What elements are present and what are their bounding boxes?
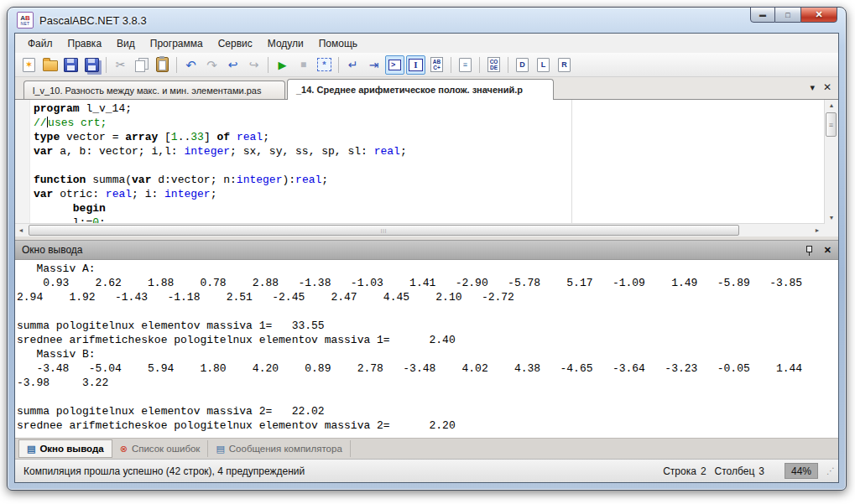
code-line[interactable]: var otric: real; i: integer;	[34, 187, 824, 201]
code-line[interactable]: //uses crt;	[34, 116, 824, 130]
toolbar-separator	[508, 57, 508, 73]
zoom-level-badge: 44%	[785, 463, 818, 479]
tab-close-icon[interactable]: ✕	[823, 81, 832, 93]
cut-button[interactable]: ✂	[111, 55, 130, 75]
save-button[interactable]	[61, 55, 81, 75]
copy-button[interactable]	[132, 55, 151, 75]
output-line: 0.93 2.62 1.88 0.78 2.88 -1.38 -1.03 1.4…	[17, 276, 838, 290]
editor-vertical-scrollbar[interactable]: ▲ ≡ ▼	[824, 100, 838, 224]
output-close-icon[interactable]: ✕	[824, 245, 832, 256]
paste-button[interactable]	[153, 55, 172, 75]
code-line[interactable]: program l_v_14;	[34, 101, 824, 116]
next-position-icon: ↪	[249, 59, 259, 70]
output-line: srednee arifmeticheskoe pologitelnux ele…	[17, 418, 838, 433]
menu-modules[interactable]: Модули	[260, 35, 311, 52]
outdent-lines-button[interactable]: ⇥	[364, 55, 383, 75]
indent-lines-button[interactable]: ↵	[343, 55, 362, 75]
menu-view[interactable]: Вид	[109, 35, 143, 52]
scrollbar-corner	[825, 224, 838, 236]
title-bar[interactable]: AB NET PascalABC.NET 3.8.3 ▬□✕	[14, 8, 839, 33]
cut-icon: ✂	[116, 59, 126, 70]
maximize-button[interactable]: □	[775, 7, 800, 23]
tab-l-v-10[interactable]: l_v_10. Разность между макс. и мин. элем…	[23, 81, 285, 99]
undo-button[interactable]: ↶	[181, 55, 201, 75]
menu-edit[interactable]: Правка	[60, 35, 110, 52]
stop-icon: ■	[300, 60, 306, 70]
new-file-button[interactable]: ✶	[19, 55, 39, 75]
next-position-button[interactable]: ↪	[244, 55, 263, 75]
tab-compiler-messages[interactable]: ▤Сообщения компилятора	[208, 440, 350, 457]
template-r-button[interactable]: R	[555, 55, 574, 75]
template-l-button[interactable]: L	[534, 55, 553, 75]
scroll-left-icon[interactable]: ◄	[15, 227, 27, 233]
editor-horizontal-scrollbar[interactable]: ◄ ||| ►	[15, 223, 825, 236]
undo-icon: ↶	[185, 59, 196, 71]
text-cursor-toggle-icon: I	[409, 59, 423, 71]
toolbar: ✶✂↶↷↩↪▶■*↵⇥>IAB C+≡CO DEDLR	[15, 53, 838, 77]
code-line[interactable]: type vector = array [1..33] of real;	[34, 130, 824, 144]
outdent-lines-icon: ⇥	[369, 59, 379, 70]
redo-button[interactable]: ↷	[202, 55, 222, 75]
toolbar-separator	[106, 57, 107, 73]
run-button[interactable]: ▶	[273, 55, 292, 75]
code-line[interactable]: function summa(var d:vector; n:integer):…	[34, 173, 824, 187]
abc-completion-button[interactable]: AB C+	[427, 55, 446, 75]
abc-completion-icon: AB C+	[430, 57, 443, 73]
prev-position-icon: ↩	[228, 59, 238, 70]
toolbar-separator	[479, 57, 480, 73]
output-line: Massiv B:	[17, 347, 838, 361]
output-line: -3.98 3.22	[17, 376, 838, 390]
output-list-icon: ▤	[27, 444, 35, 454]
code-editor[interactable]: program l_v_14;//uses crt;type vector = …	[15, 100, 838, 236]
scroll-right-icon[interactable]: ►	[811, 227, 823, 233]
tab-list-dropdown-icon[interactable]: ▾	[810, 82, 815, 93]
code-line[interactable]: begin	[34, 201, 824, 216]
dashed-window-button[interactable]: *	[315, 55, 334, 75]
window-controls: ▬□✕	[750, 7, 837, 23]
output-line	[17, 390, 838, 404]
minimize-button[interactable]: ▬	[750, 7, 775, 23]
output-line: 2.94 1.92 -1.43 -1.18 2.51 -2.45 2.47 4.…	[17, 290, 838, 304]
app-window: AB NET PascalABC.NET 3.8.3 ▬□✕ ФайлПравк…	[7, 7, 847, 491]
close-button[interactable]: ✕	[800, 7, 837, 23]
text-cursor-toggle-button[interactable]: I	[406, 55, 425, 75]
code-area[interactable]: program l_v_14;//uses crt;type vector = …	[34, 101, 824, 224]
code-template-button[interactable]: CO DE	[484, 55, 503, 75]
pin-icon[interactable]	[805, 245, 814, 256]
tab-error-list[interactable]: ⊗Список ошибок	[112, 440, 209, 457]
output-line: summa pologitelnux elementov massiva 2= …	[17, 404, 838, 418]
outline-button[interactable]: ≡	[456, 55, 475, 75]
tab-l-v-14[interactable]: _14. Среднее арифметическое полож. значе…	[287, 79, 554, 100]
editor-gutter	[15, 100, 30, 224]
code-line[interactable]: var a, b: vector; i,l: integer; sx, sy, …	[34, 144, 824, 158]
horizontal-scroll-thumb[interactable]: |||	[29, 225, 739, 236]
resize-grip[interactable]: ⋰	[826, 467, 835, 475]
run-icon: ▶	[279, 60, 287, 70]
save-all-button[interactable]	[82, 55, 102, 75]
toolbar-separator	[451, 57, 451, 73]
scroll-up-icon[interactable]: ▲	[825, 100, 838, 112]
client-area: ФайлПравкаВидПрограммаСервисМодулиПомощь…	[14, 33, 839, 483]
tab-compiler-messages-label: Сообщения компилятора	[229, 444, 342, 454]
output-panel: Massiv A: 0.93 2.62 1.88 0.78 2.88 -1.38…	[15, 260, 838, 438]
output-line: -3.48 -5.04 5.94 1.80 4.20 0.89 2.78 -3.…	[17, 361, 838, 376]
scroll-down-icon[interactable]: ▼	[825, 212, 838, 224]
code-line[interactable]	[34, 158, 824, 173]
open-folder-button[interactable]	[40, 55, 60, 75]
console-window-toggle-button[interactable]: >	[385, 55, 404, 75]
vertical-scroll-thumb[interactable]: ≡	[826, 112, 837, 137]
prev-position-button[interactable]: ↩	[223, 55, 242, 75]
tab-output-window[interactable]: ▤Окно вывода	[18, 439, 112, 458]
output-line: summa pologitelnux elementov massiva 1= …	[17, 319, 838, 333]
template-r-icon: R	[558, 58, 571, 72]
toolbar-separator	[268, 57, 268, 73]
menu-file[interactable]: Файл	[20, 35, 60, 52]
status-bar: Компиляция прошла успешно (42 строк), 4 …	[15, 459, 838, 482]
tab-output-window-label: Окно вывода	[39, 444, 103, 454]
toolbar-separator	[176, 57, 177, 73]
menu-service[interactable]: Сервис	[211, 35, 260, 52]
menu-program[interactable]: Программа	[143, 35, 211, 52]
menu-help[interactable]: Помощь	[311, 35, 365, 52]
stop-button[interactable]: ■	[294, 55, 313, 75]
template-d-button[interactable]: D	[513, 55, 532, 75]
